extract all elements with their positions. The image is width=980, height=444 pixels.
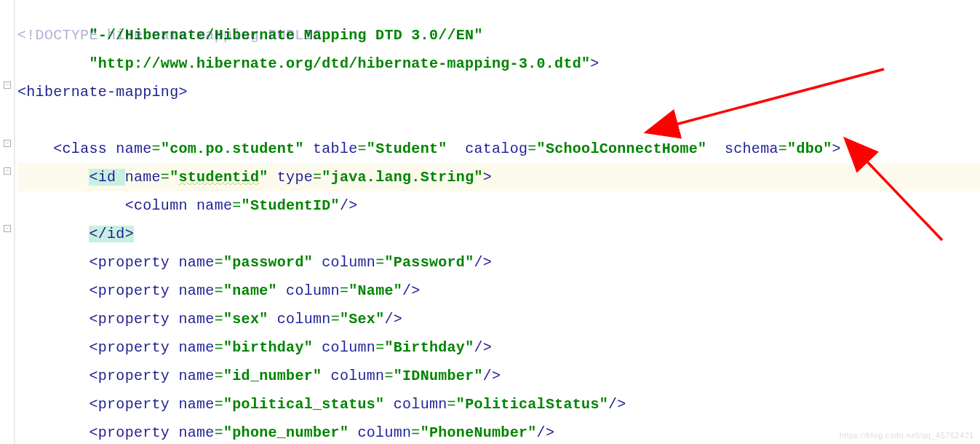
- fold-toggle-icon[interactable]: −: [4, 82, 11, 89]
- code-line: <property name="password" column="Passwo…: [17, 248, 980, 277]
- code-line: <property name="phone_number" column="Ph…: [17, 419, 980, 444]
- code-line: <column name="StudentID"/>: [17, 191, 980, 220]
- code-line: [17, 106, 980, 135]
- code-line: <class name="com.po.student" table="Stud…: [17, 135, 980, 163]
- fold-toggle-icon[interactable]: −: [4, 167, 11, 175]
- code-line: <hibernate-mapping>: [17, 78, 980, 106]
- code-line: <property name="id_number" column="IDNum…: [17, 362, 980, 390]
- code-line: <property name="name" column="Name"/>: [17, 277, 980, 305]
- code-line: </id>: [17, 220, 980, 248]
- fold-toggle-icon[interactable]: −: [4, 140, 11, 147]
- code-line: <property name="sex" column="Sex"/>: [17, 305, 980, 333]
- code-editor[interactable]: <!DOCTYPE hibernate-mapping PUBLIC "-//H…: [15, 0, 980, 444]
- code-line: <property name="birthday" column="Birthd…: [17, 333, 980, 362]
- code-line: <property name="political_status" column…: [17, 390, 980, 419]
- editor-gutter: − − − −: [0, 0, 15, 444]
- code-line: <!DOCTYPE hibernate-mapping PUBLIC: [17, 0, 980, 21]
- watermark-text: https://blog.csdn.net/qq_45762421: [840, 431, 974, 440]
- code-line: "http://www.hibernate.org/dtd/hibernate-…: [17, 49, 980, 78]
- code-line-active: <id name="studentid" type="java.lang.Str…: [17, 163, 980, 191]
- fold-toggle-icon[interactable]: −: [4, 225, 11, 232]
